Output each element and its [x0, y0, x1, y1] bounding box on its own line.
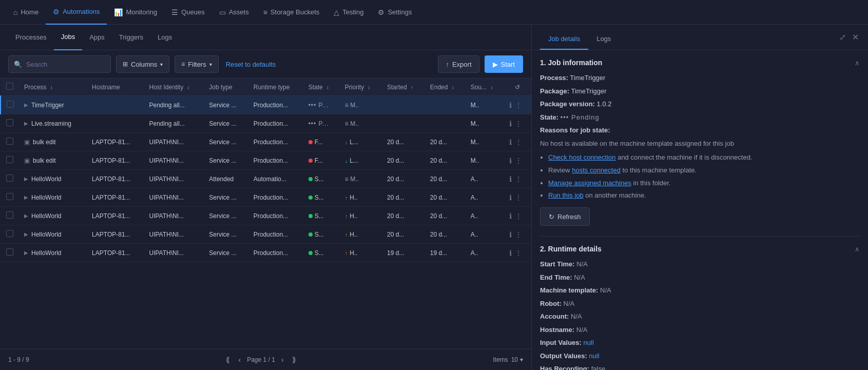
row-checkbox[interactable] [7, 101, 14, 108]
check-host-link[interactable]: Check host connection [548, 153, 616, 161]
refresh-button[interactable]: ↻ Refresh [540, 207, 590, 226]
col-ended[interactable]: Ended ↕ [425, 79, 466, 96]
info-icon[interactable]: ℹ [509, 249, 512, 257]
tab-processes[interactable]: Processes [8, 25, 54, 50]
nav-queues[interactable]: ☰ Queues [164, 0, 212, 25]
row-job-type: Service ... [204, 244, 248, 262]
col-refresh[interactable]: ↺ [504, 79, 531, 96]
row-checkbox-cell[interactable] [1, 170, 19, 188]
select-all-checkbox[interactable] [6, 83, 13, 90]
info-icon[interactable]: ℹ [509, 138, 512, 146]
section2-toggle[interactable]: ∧ [855, 245, 860, 253]
nav-assets[interactable]: ▭ Assets [212, 0, 256, 25]
machine-template-value: N/A [600, 285, 611, 296]
columns-button[interactable]: ⊞ Columns ▾ [116, 55, 169, 73]
more-icon[interactable]: ⋮ [515, 249, 522, 257]
col-hostname[interactable]: Hostname [87, 79, 144, 96]
table-row[interactable]: ▶ HelloWorld LAPTOP-81... UIPATH\NI... S… [1, 244, 531, 262]
tab-triggers[interactable]: Triggers [112, 25, 150, 50]
items-count-select[interactable]: 10 ▾ [511, 356, 523, 363]
row-ended [425, 114, 466, 133]
select-all-header[interactable] [1, 79, 19, 96]
row-checkbox[interactable] [6, 211, 13, 219]
nav-settings[interactable]: ⚙ Settings [371, 0, 419, 25]
table-row[interactable]: ▶ HelloWorld LAPTOP-81... UIPATH\NI... A… [1, 170, 531, 188]
row-checkbox[interactable] [6, 248, 13, 256]
close-button[interactable]: ✕ [851, 31, 860, 43]
row-checkbox-cell[interactable] [1, 151, 19, 170]
nav-monitoring[interactable]: 📊 Monitoring [107, 0, 164, 25]
table-row[interactable]: ▶ Live.streaming Pending all... Service … [1, 114, 531, 133]
nav-testing[interactable]: △ Testing [326, 0, 371, 25]
info-icon[interactable]: ℹ [509, 230, 512, 239]
tab-job-details[interactable]: Job details [540, 31, 588, 50]
row-checkbox[interactable] [6, 174, 13, 182]
col-process[interactable]: Process ↕ [19, 79, 87, 96]
last-page-button[interactable]: ⟫ [290, 355, 298, 365]
pagination: ⟪ ‹ Page 1 / 1 › ⟫ [224, 355, 298, 365]
tab-jobs[interactable]: Jobs [54, 25, 82, 50]
tab-logs[interactable]: Logs [588, 31, 619, 50]
row-checkbox-cell[interactable] [1, 244, 19, 262]
section1-toggle[interactable]: ∧ [855, 59, 860, 67]
table-row[interactable]: ▣ bulk edit LAPTOP-81... UIPATH\NI... Se… [1, 151, 531, 170]
search-input[interactable] [26, 61, 98, 68]
run-job-link[interactable]: Run this job [548, 191, 584, 199]
more-icon[interactable]: ⋮ [515, 101, 522, 109]
nav-automations[interactable]: ⚙ Automations [46, 0, 107, 25]
table-row[interactable]: ▶ HelloWorld LAPTOP-81... UIPATH\NI... S… [1, 207, 531, 225]
filters-button[interactable]: ≡ Filters ▾ [175, 55, 218, 73]
first-page-button[interactable]: ⟪ [224, 355, 232, 365]
next-page-button[interactable]: › [279, 355, 286, 365]
manage-machines-link[interactable]: Manage assigned machines [548, 179, 631, 187]
info-icon[interactable]: ℹ [509, 193, 512, 202]
row-checkbox-cell[interactable] [1, 133, 19, 151]
more-icon[interactable]: ⋮ [515, 193, 522, 202]
col-host-identity[interactable]: Host Identity ↕ [144, 79, 204, 96]
row-checkbox-cell[interactable] [1, 96, 19, 114]
table-row[interactable]: ▶ TimeTrigger Pending all... Service ...… [1, 96, 531, 114]
info-icon[interactable]: ℹ [509, 120, 512, 128]
hosts-connected-link[interactable]: hosts connected [572, 166, 621, 174]
row-checkbox[interactable] [6, 230, 13, 237]
more-icon[interactable]: ⋮ [515, 138, 522, 146]
info-icon[interactable]: ℹ [509, 157, 512, 165]
more-icon[interactable]: ⋮ [515, 120, 522, 128]
col-runtime-type[interactable]: Runtime type [248, 79, 303, 96]
col-state[interactable]: State ↕ [303, 79, 340, 96]
info-icon[interactable]: ℹ [509, 212, 512, 220]
row-checkbox[interactable] [6, 119, 13, 126]
row-checkbox-cell[interactable] [1, 114, 19, 133]
info-icon[interactable]: ℹ [509, 101, 512, 109]
more-icon[interactable]: ⋮ [515, 230, 522, 239]
row-checkbox[interactable] [6, 193, 13, 200]
search-box[interactable]: 🔍 [8, 55, 111, 73]
tab-apps[interactable]: Apps [82, 25, 112, 50]
row-checkbox-cell[interactable] [1, 188, 19, 207]
reset-button[interactable]: Reset to defaults [224, 61, 278, 68]
row-checkbox-cell[interactable] [1, 207, 19, 225]
row-checkbox[interactable] [6, 138, 13, 145]
row-checkbox-cell[interactable] [1, 225, 19, 244]
more-icon[interactable]: ⋮ [515, 175, 522, 183]
row-checkbox[interactable] [6, 156, 13, 163]
expand-button[interactable]: ⤢ [838, 31, 847, 43]
row-priority: ↑ H.. [340, 244, 382, 262]
more-icon[interactable]: ⋮ [515, 212, 522, 220]
col-priority[interactable]: Priority ↕ [340, 79, 382, 96]
tab-logs[interactable]: Logs [150, 25, 179, 50]
nav-home[interactable]: ⌂ Home [6, 0, 46, 25]
export-button[interactable]: ↑ Export [438, 55, 479, 73]
start-button[interactable]: ▶ Start [485, 55, 523, 73]
table-row[interactable]: ▣ bulk edit LAPTOP-81... UIPATH\NI... Se… [1, 133, 531, 151]
info-icon[interactable]: ℹ [509, 175, 512, 183]
col-source[interactable]: Sou... ↕ [466, 79, 504, 96]
row-hostname: LAPTOP-81... [87, 188, 144, 207]
nav-storage[interactable]: ≡ Storage Buckets [256, 0, 327, 25]
prev-page-button[interactable]: ‹ [236, 355, 243, 365]
more-icon[interactable]: ⋮ [515, 157, 522, 165]
table-row[interactable]: ▶ HelloWorld LAPTOP-81... UIPATH\NI... S… [1, 225, 531, 244]
table-row[interactable]: ▶ HelloWorld LAPTOP-81... UIPATH\NI... S… [1, 188, 531, 207]
col-started[interactable]: Started ↑ [382, 79, 425, 96]
col-job-type[interactable]: Job type [204, 79, 248, 96]
